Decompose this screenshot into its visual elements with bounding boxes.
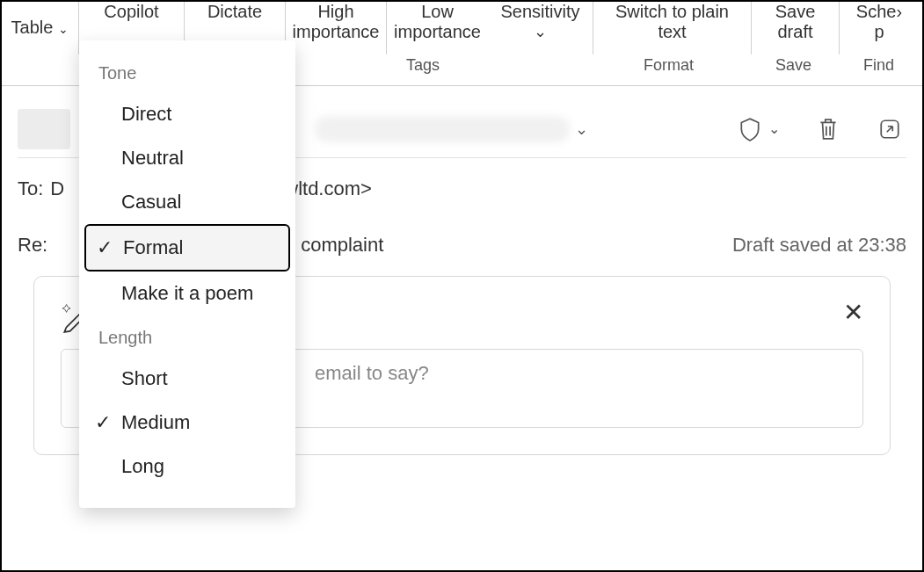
check-icon: ✓ — [95, 411, 111, 434]
ribbon-group-save: Save — [775, 56, 811, 75]
popout-icon[interactable] — [877, 116, 903, 142]
ribbon-low-importance-button[interactable]: Low importance — [387, 2, 488, 54]
chevron-down-icon[interactable]: ⌄ — [575, 119, 588, 139]
ribbon-save-draft-button[interactable]: Save draft — [752, 2, 840, 54]
length-option-long[interactable]: Long — [79, 445, 295, 489]
chevron-down-icon: ⌄ — [534, 22, 547, 41]
ribbon-schedule-button[interactable]: Sche› p — [840, 2, 919, 54]
length-option-short[interactable]: Short — [79, 357, 295, 401]
from-actions: ⌄ — [737, 116, 906, 142]
ribbon-switch-plain-text-button[interactable]: Switch to plain text — [593, 2, 752, 54]
copilot-prompt-placeholder-frag: email to say? — [315, 362, 429, 384]
from-account-button[interactable] — [18, 109, 70, 149]
check-icon: ✓ — [97, 236, 113, 259]
draft-saved-status: Draft saved at 23:38 — [732, 234, 906, 257]
chevron-down-icon[interactable]: ⌄ — [768, 120, 780, 137]
dropdown-header-length: Length — [79, 321, 295, 357]
length-option-medium[interactable]: ✓ Medium — [79, 401, 295, 445]
tone-option-poem[interactable]: Make it a poem — [79, 272, 295, 315]
ribbon-group-tags: Tags — [406, 56, 440, 75]
ribbon-group-format: Format — [644, 56, 694, 75]
subject-prefix: Re: — [18, 234, 47, 256]
tone-option-neutral[interactable]: Neutral — [79, 136, 295, 180]
ribbon-sensitivity-button[interactable]: Sensitivity ⌄ — [488, 2, 593, 54]
tone-length-dropdown: Tone Direct Neutral Casual ✓ Formal Make… — [79, 40, 295, 508]
shield-icon[interactable] — [737, 116, 763, 142]
tone-option-direct[interactable]: Direct — [79, 92, 295, 136]
to-domain-fragment: wltd.com> — [284, 177, 372, 200]
to-label: To: — [18, 177, 43, 200]
ribbon-high-importance-button[interactable]: High importance — [286, 2, 387, 54]
chevron-right-icon: › — [896, 2, 902, 21]
close-icon[interactable]: ✕ — [843, 298, 863, 327]
dropdown-header-tone: Tone — [79, 56, 295, 92]
ribbon-group-find: Find — [863, 56, 894, 75]
tone-option-casual[interactable]: Casual — [79, 180, 295, 224]
tone-option-formal[interactable]: ✓ Formal — [84, 224, 290, 272]
from-address-blurred — [315, 116, 570, 142]
to-recipient-fragment[interactable]: D — [50, 177, 64, 200]
trash-icon[interactable] — [815, 116, 841, 142]
ribbon-table-button[interactable]: Table⌄ — [2, 2, 79, 54]
chevron-down-icon: ⌄ — [58, 22, 69, 36]
